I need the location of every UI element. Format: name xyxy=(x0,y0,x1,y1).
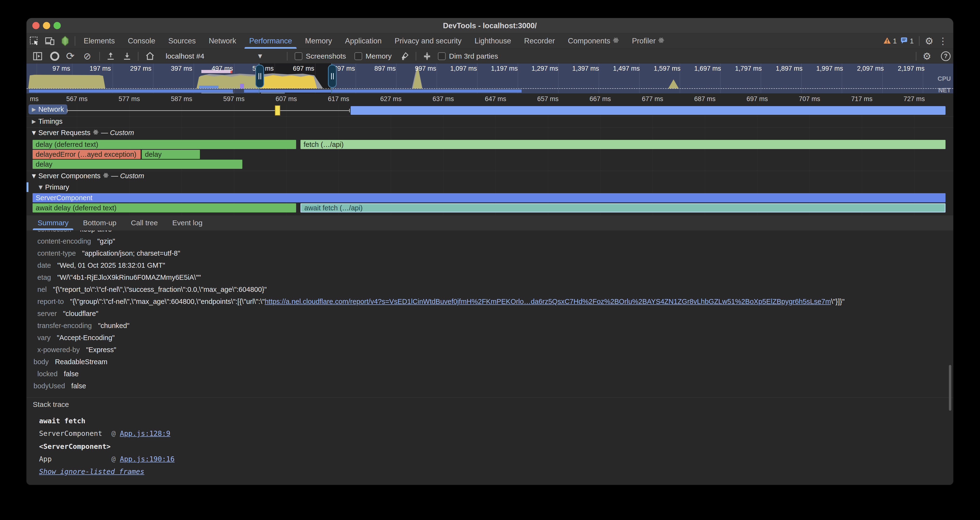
overview-tick: 797 ms xyxy=(318,65,355,72)
record-and-reload-icon[interactable]: ⟳ xyxy=(66,49,75,63)
server-component-bar[interactable]: ServerComponent xyxy=(33,193,945,202)
toggle-sidebar-icon[interactable] xyxy=(33,49,43,63)
header-row: server"cloudflare" xyxy=(27,307,953,320)
header-row: etag"W/\"4b1-RjEJloX9kRinu6F0MAZMmy6E5iA… xyxy=(27,271,953,283)
issues-icon[interactable] xyxy=(900,37,908,45)
performance-toolbar: ⟳ ⊘ localhost #4 ▼ Screenshots Memory Di… xyxy=(27,49,953,64)
server-request-bar-fetch-api[interactable]: fetch (…/api) xyxy=(301,140,945,149)
save-profile-icon[interactable] xyxy=(123,49,132,63)
tab-application[interactable]: Application xyxy=(339,33,388,49)
tab-profiler[interactable]: Profiler xyxy=(625,33,671,49)
tab-network[interactable]: Network xyxy=(202,33,243,49)
summary-scrollbar-thumb[interactable] xyxy=(949,365,951,411)
ruler-tick: 567 ms xyxy=(57,95,96,103)
overview-tick: 1,197 ms xyxy=(481,65,518,72)
server-request-bar-delay[interactable]: delay xyxy=(33,160,242,169)
react-atom-icon xyxy=(658,37,664,45)
shrink-tracks-icon[interactable] xyxy=(423,49,432,63)
stack-frame: <ServerComponent> xyxy=(39,442,111,450)
cpu-activity-selected xyxy=(259,75,317,89)
tab-privacy-security[interactable]: Privacy and security xyxy=(388,33,468,49)
timeline-overview[interactable]: 97 ms 197 ms 297 ms 397 ms 497 ms 597 ms… xyxy=(27,64,953,93)
server-request-bar-delay-deferred[interactable]: delay (deferred text) xyxy=(33,140,296,149)
selection-left-handle[interactable] xyxy=(255,65,264,88)
server-request-bar-delay[interactable]: delay xyxy=(142,150,200,159)
tab-bottom-up[interactable]: Bottom-up xyxy=(76,215,124,230)
stack-trace-divider xyxy=(27,398,953,398)
header-row: content-encoding"gzip" xyxy=(27,235,953,247)
warning-icon[interactable] xyxy=(883,37,891,45)
header-row: nel"{\"report_to\":\"cf-nel\",\"success_… xyxy=(27,283,953,296)
server-requests-track-header[interactable]: ▼ Server Requests — Custom xyxy=(27,128,953,139)
network-request-block-yellow[interactable] xyxy=(275,105,280,116)
await-fetch-bar-selected[interactable]: await fetch (…/api) xyxy=(301,203,945,213)
server-components-track-header[interactable]: ▼ Server Components — Custom xyxy=(27,171,953,182)
ruler-tick: 647 ms xyxy=(476,95,515,103)
settings-gear-icon[interactable]: ⚙ xyxy=(925,35,934,46)
device-toolbar-icon[interactable] xyxy=(42,33,57,49)
network-request-line[interactable] xyxy=(67,110,350,111)
cpu-activity-area xyxy=(28,75,105,89)
ruler-tick: 577 ms xyxy=(110,95,148,103)
header-row: transfer-encoding"chunked" xyxy=(27,320,953,332)
capture-settings-gear-icon[interactable]: ⚙ xyxy=(923,49,931,63)
tab-sources[interactable]: Sources xyxy=(162,33,202,49)
inspect-element-icon[interactable] xyxy=(27,33,42,49)
overview-tick: 697 ms xyxy=(278,65,314,72)
ruler-tick: 607 ms xyxy=(267,95,305,103)
await-delay-bar[interactable]: await delay (deferred text) xyxy=(33,203,296,213)
tab-event-log[interactable]: Event log xyxy=(165,215,210,230)
network-track[interactable]: ▶ Network xyxy=(27,105,953,116)
tab-console[interactable]: Console xyxy=(121,33,162,49)
expand-triangle-icon[interactable]: ▼ xyxy=(32,130,36,136)
history-select[interactable]: localhost #4 ▼ xyxy=(165,49,262,63)
network-track-label[interactable]: ▶ Network xyxy=(29,105,67,114)
tab-recorder[interactable]: Recorder xyxy=(518,33,562,49)
active-tab-underline xyxy=(245,47,296,49)
network-request-bar-blue[interactable] xyxy=(351,106,945,115)
extension-gem-icon[interactable] xyxy=(57,33,73,49)
help-icon[interactable]: ? xyxy=(941,49,951,63)
tab-memory[interactable]: Memory xyxy=(299,33,339,49)
tab-performance[interactable]: Performance xyxy=(243,33,298,49)
memory-checkbox[interactable]: Memory xyxy=(355,49,391,63)
record-button[interactable] xyxy=(50,49,59,63)
tab-elements[interactable]: Elements xyxy=(77,33,121,49)
source-link[interactable]: App.js:128:9 xyxy=(120,429,170,437)
stack-trace-title: Stack trace xyxy=(33,401,69,409)
collect-garbage-icon[interactable] xyxy=(400,49,409,63)
dim-third-parties-checkbox[interactable]: Dim 3rd parties xyxy=(438,49,498,63)
cpu-rendering-sliver xyxy=(240,84,244,89)
tab-lighthouse[interactable]: Lighthouse xyxy=(468,33,518,49)
tab-summary[interactable]: Summary xyxy=(30,215,76,230)
overview-tick: 1,897 ms xyxy=(766,65,802,72)
load-profile-icon[interactable] xyxy=(106,49,115,63)
screenshots-checkbox[interactable]: Screenshots xyxy=(295,49,346,63)
primary-subtrack-header[interactable]: ▼ Primary xyxy=(27,182,953,193)
kebab-menu-icon[interactable]: ⋮ xyxy=(938,36,947,46)
summary-pane[interactable]: connection"keep-alive" content-encoding"… xyxy=(27,231,953,485)
tabbar-separator xyxy=(75,36,75,46)
show-ignore-listed-frames-link[interactable]: Show ignore-listed frames xyxy=(39,468,145,475)
header-row: connection"keep-alive" xyxy=(27,231,953,235)
report-endpoint-link[interactable]: https://a.nel.cloudflare.com/report/v4?s… xyxy=(265,297,831,305)
timings-track[interactable]: ▶ Timings xyxy=(27,116,953,127)
server-request-bar-delayed-error[interactable]: delayedError (…ayed exception) xyxy=(33,150,141,159)
tab-components[interactable]: Components xyxy=(562,33,625,49)
ruler-tick: 727 ms xyxy=(895,95,934,103)
clear-icon[interactable]: ⊘ xyxy=(83,49,91,63)
overview-tick: 297 ms xyxy=(115,65,151,72)
collapse-triangle-icon[interactable]: ▶ xyxy=(32,107,36,112)
expand-triangle-icon[interactable]: ▼ xyxy=(32,173,36,179)
home-live-metrics-icon[interactable] xyxy=(145,49,155,63)
react-atom-icon xyxy=(613,37,619,45)
source-link[interactable]: App.js:190:16 xyxy=(120,455,175,463)
selection-right-handle[interactable] xyxy=(328,65,337,88)
header-row: content-type"application/json; charset=u… xyxy=(27,247,953,259)
tab-call-tree[interactable]: Call tree xyxy=(124,215,165,230)
expand-triangle-icon[interactable]: ▼ xyxy=(38,184,43,190)
property-row: bodyReadableStream xyxy=(27,356,953,368)
header-row: date"Wed, 01 Oct 2025 18:32:01 GMT" xyxy=(27,259,953,271)
collapse-triangle-icon[interactable]: ▶ xyxy=(32,118,36,124)
overview-tick: 1,997 ms xyxy=(807,65,843,72)
